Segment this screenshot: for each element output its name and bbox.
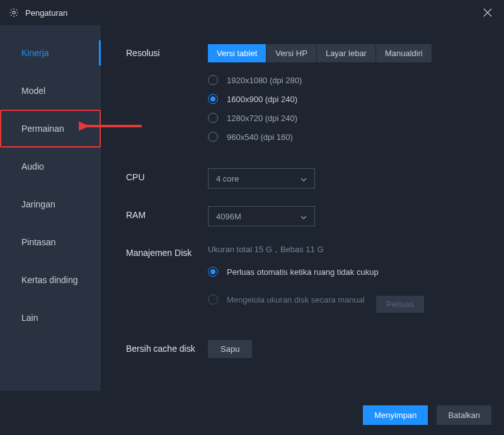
sidebar-item-pintasan[interactable]: Pintasan — [0, 223, 101, 261]
sidebar-item-model[interactable]: Model — [0, 72, 101, 110]
sidebar-label: Audio — [21, 161, 44, 171]
sidebar-item-kinerja[interactable]: Kinerja — [0, 34, 101, 72]
sidebar: Kinerja Model Permainan Audio Jaringan P… — [0, 25, 101, 391]
expand-button[interactable]: Perluas — [376, 296, 424, 313]
disk-row: Manajemen Disk Ukuran total 15 G，Bebas 1… — [126, 244, 479, 322]
sidebar-item-kertas-dinding[interactable]: Kertas dinding — [0, 261, 101, 299]
gear-icon — [9, 8, 19, 18]
tab-versi-tablet[interactable]: Versi tablet — [208, 44, 266, 62]
resolution-tabs: Versi tablet Versi HP Layar lebar Manual… — [208, 44, 479, 62]
disk-info: Ukuran total 15 G，Bebas 11 G — [208, 244, 479, 255]
ram-label: RAM — [126, 206, 208, 220]
cpu-row: CPU 4 core — [126, 168, 479, 188]
cache-row: Bersih cache disk Sapu — [126, 340, 479, 358]
sweep-button[interactable]: Sapu — [208, 340, 252, 358]
sidebar-item-jaringan[interactable]: Jaringan — [0, 185, 101, 223]
ram-select[interactable]: 4096M — [208, 206, 315, 226]
sidebar-label: Lain — [21, 313, 38, 323]
chevron-down-icon — [301, 174, 307, 183]
sidebar-item-lain[interactable]: Lain — [0, 299, 101, 337]
sidebar-label: Model — [21, 86, 45, 96]
ram-row: RAM 4096M — [126, 206, 479, 226]
main-area: Kinerja Model Permainan Audio Jaringan P… — [0, 25, 504, 391]
resolution-radio-1920[interactable]: 1920x1080 (dpi 280) — [208, 75, 479, 85]
resolution-row: Resolusi Versi tablet Versi HP Layar leb… — [126, 44, 479, 151]
content-pane: Resolusi Versi tablet Versi HP Layar leb… — [101, 25, 504, 391]
cpu-label: CPU — [126, 168, 208, 182]
footer: Menyimpan Batalkan — [363, 405, 491, 425]
disk-radio-manual[interactable]: Mengelola ukuran disk secara manual — [208, 294, 365, 304]
window-title: Pengaturan — [25, 8, 67, 18]
resolution-radio-1600[interactable]: 1600x900 (dpi 240) — [208, 94, 479, 104]
radio-icon — [208, 94, 218, 104]
title-bar: Pengaturan — [0, 0, 504, 25]
resolution-options: 1920x1080 (dpi 280) 1600x900 (dpi 240) 1… — [208, 75, 479, 142]
disk-radio-auto[interactable]: Perluas otomatis ketika ruang tidak cuku… — [208, 267, 379, 277]
cpu-value: 4 core — [216, 174, 239, 183]
cpu-select[interactable]: 4 core — [208, 168, 315, 188]
resolution-label: Resolusi — [126, 44, 208, 58]
sidebar-label: Pintasan — [21, 237, 55, 247]
sidebar-label: Kertas dinding — [21, 275, 78, 285]
resolution-radio-960[interactable]: 960x540 (dpi 160) — [208, 132, 479, 142]
sidebar-label: Jaringan — [21, 199, 55, 209]
save-button[interactable]: Menyimpan — [363, 405, 428, 425]
sidebar-label: Permainan — [21, 124, 64, 134]
disk-label: Manajemen Disk — [126, 244, 208, 258]
radio-icon — [208, 132, 218, 142]
close-button[interactable] — [480, 5, 495, 20]
sidebar-item-audio[interactable]: Audio — [0, 148, 101, 185]
tab-layar-lebar[interactable]: Layar lebar — [317, 44, 375, 62]
tab-manualdiri[interactable]: Manualdiri — [376, 44, 432, 62]
resolution-radio-1280[interactable]: 1280x720 (dpi 240) — [208, 113, 479, 123]
ram-value: 4096M — [216, 212, 241, 221]
sidebar-item-permainan[interactable]: Permainan — [0, 110, 101, 148]
radio-icon — [208, 75, 218, 85]
radio-icon — [208, 113, 218, 123]
radio-icon — [208, 294, 218, 304]
chevron-down-icon — [301, 212, 307, 221]
radio-icon — [208, 267, 218, 277]
cancel-button[interactable]: Batalkan — [437, 405, 491, 425]
sidebar-label: Kinerja — [21, 48, 49, 58]
svg-point-0 — [13, 11, 15, 14]
tab-versi-hp[interactable]: Versi HP — [266, 44, 316, 62]
cache-label: Bersih cache disk — [126, 340, 208, 354]
